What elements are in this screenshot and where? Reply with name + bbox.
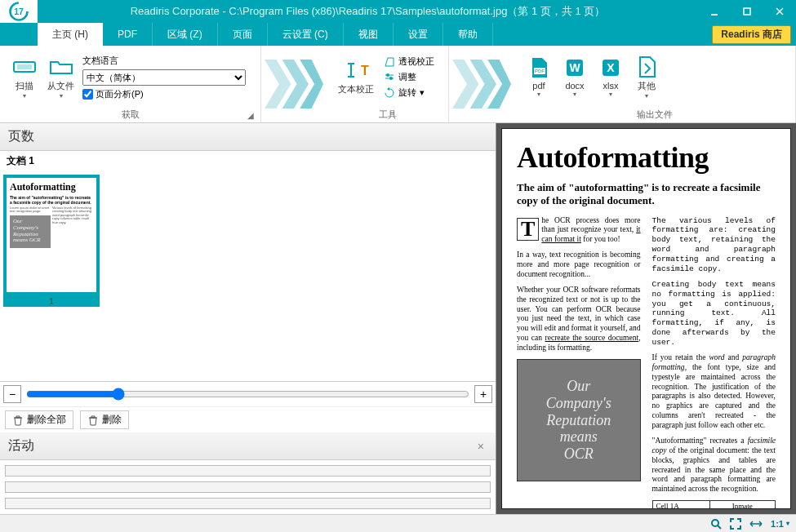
status-zoom-ratio[interactable]: 1:1▾ — [771, 519, 789, 529]
status-search-icon[interactable] — [710, 518, 722, 530]
page-analysis-checkbox[interactable]: 页面分析(P) — [82, 88, 246, 100]
zoom-out-button[interactable]: − — [3, 385, 21, 403]
shop-button[interactable]: Readiris 商店 — [712, 25, 791, 44]
status-bar: 1:1▾ — [0, 514, 796, 532]
preview-page: Autoformatting The aim of "autoformattin… — [501, 128, 791, 509]
app-logo: 17 — [0, 0, 38, 23]
language-select[interactable]: 中文（简体） — [82, 69, 246, 86]
svg-text:T: T — [361, 64, 369, 78]
group-output-label: 输出文件 — [514, 109, 795, 122]
svg-text:PDF: PDF — [535, 69, 545, 73]
tab-home[interactable]: 主页 (H) — [38, 23, 103, 46]
close-button[interactable] — [763, 0, 796, 23]
group-acquire-label: 获取 — [0, 109, 260, 122]
output-xlsx-button[interactable]: Xxlsx▾ — [593, 53, 629, 101]
tab-view[interactable]: 视图 — [344, 23, 394, 46]
arrow-divider-2 — [449, 46, 514, 122]
svg-text:X: X — [607, 61, 615, 74]
scan-label: 扫描 — [16, 80, 33, 92]
rotate-button[interactable]: 旋转 ▾ — [380, 86, 438, 100]
trash-icon — [12, 415, 24, 426]
pdf-icon: PDF — [526, 56, 552, 79]
window-title: Readiris Corporate - C:\Program Files (x… — [38, 4, 698, 19]
page-thumbnail[interactable]: Autoformatting The aim of "autoformattin… — [3, 175, 100, 295]
perspective-icon — [384, 56, 395, 68]
svg-point-15 — [389, 77, 393, 80]
folder-icon — [48, 55, 74, 78]
tab-cloud[interactable]: 云设置 (C) — [268, 23, 344, 46]
title-bar: 17 Readiris Corporate - C:\Program Files… — [0, 0, 796, 23]
text-correct-label: 文本校正 — [338, 83, 374, 95]
delete-button[interactable]: 删除 — [80, 410, 129, 429]
thumbnails-area[interactable]: Autoformatting The aim of "autoformattin… — [0, 171, 496, 381]
scan-button[interactable]: 扫描▾ — [7, 52, 42, 103]
preview-col-right: The various levels of formatting are: cr… — [652, 216, 776, 510]
maximize-button[interactable] — [731, 0, 763, 23]
adjust-button[interactable]: 调整 — [380, 70, 438, 84]
preview-subtitle: The aim of "autoformatting" is to recrea… — [517, 181, 776, 208]
adjust-icon — [384, 72, 395, 83]
activity-body — [0, 460, 496, 514]
progress-bar — [5, 481, 491, 493]
output-docx-button[interactable]: Wdocx▾ — [557, 53, 593, 101]
thumb-page-number: 1 — [3, 295, 100, 307]
activity-close-icon[interactable]: × — [474, 440, 487, 453]
svg-line-23 — [718, 525, 721, 529]
activity-panel-header: 活动 × — [0, 432, 496, 460]
scanner-icon — [11, 55, 38, 78]
from-file-button[interactable]: 从文件▾ — [42, 52, 79, 103]
document-label: 文档 1 — [0, 151, 496, 171]
trash-icon — [87, 415, 99, 426]
output-pdf-button[interactable]: PDFpdf▾ — [521, 53, 557, 101]
preview-pane[interactable]: Autoformatting The aim of "autoformattin… — [496, 123, 796, 514]
progress-bar — [5, 498, 491, 509]
rotate-icon — [384, 87, 395, 99]
tab-zones[interactable]: 区域 (Z) — [153, 23, 218, 46]
word-icon: W — [562, 56, 588, 79]
status-width-icon[interactable] — [749, 520, 763, 528]
excel-icon: X — [598, 56, 624, 79]
preview-table: Cell 1AInmate Cell 2AWarden Cell 3A$100,… — [652, 500, 776, 509]
menu-bar: 主页 (H) PDF 区域 (Z) 页面 云设置 (C) 视图 设置 帮助 Re… — [0, 23, 796, 46]
arrow-divider — [261, 46, 327, 122]
lang-label: 文档语言 — [82, 55, 246, 67]
output-other-button[interactable]: 其他▾ — [629, 52, 665, 103]
tab-settings[interactable]: 设置 — [394, 23, 443, 46]
group-tools-label: 工具 — [327, 109, 448, 122]
svg-point-22 — [712, 520, 718, 526]
zoom-slider[interactable] — [26, 388, 469, 401]
tab-help[interactable]: 帮助 — [443, 23, 493, 46]
pages-panel-header: 页数 — [0, 123, 496, 151]
preview-embedded-image: Our Company's Reputation means OCR — [517, 359, 641, 481]
ribbon: 扫描▾ 从文件▾ 文档语言 中文（简体） 页面分析(P) 获取 ◢ T 文本校正… — [0, 46, 796, 123]
svg-point-14 — [386, 73, 389, 77]
svg-rect-7 — [17, 64, 32, 69]
text-correction-button[interactable]: T 文本校正 — [333, 55, 379, 99]
from-file-label: 从文件 — [47, 80, 74, 92]
perspective-button[interactable]: 透视校正 — [380, 55, 438, 69]
text-cursor-icon: T — [343, 59, 369, 82]
svg-text:17: 17 — [14, 7, 24, 16]
other-icon — [634, 55, 660, 78]
tab-page[interactable]: 页面 — [218, 23, 268, 46]
delete-all-button[interactable]: 删除全部 — [5, 410, 73, 429]
zoom-in-button[interactable]: + — [474, 385, 492, 403]
status-fit-icon[interactable] — [730, 518, 741, 530]
svg-rect-3 — [744, 8, 750, 15]
progress-bar — [5, 465, 491, 477]
preview-col-left: The OCR process does more than just reco… — [517, 216, 641, 510]
minimize-button[interactable] — [698, 0, 731, 23]
preview-title: Autoformatting — [517, 140, 776, 175]
acquire-launcher-icon[interactable]: ◢ — [247, 111, 257, 121]
tab-pdf[interactable]: PDF — [103, 23, 153, 46]
svg-text:W: W — [569, 61, 580, 74]
